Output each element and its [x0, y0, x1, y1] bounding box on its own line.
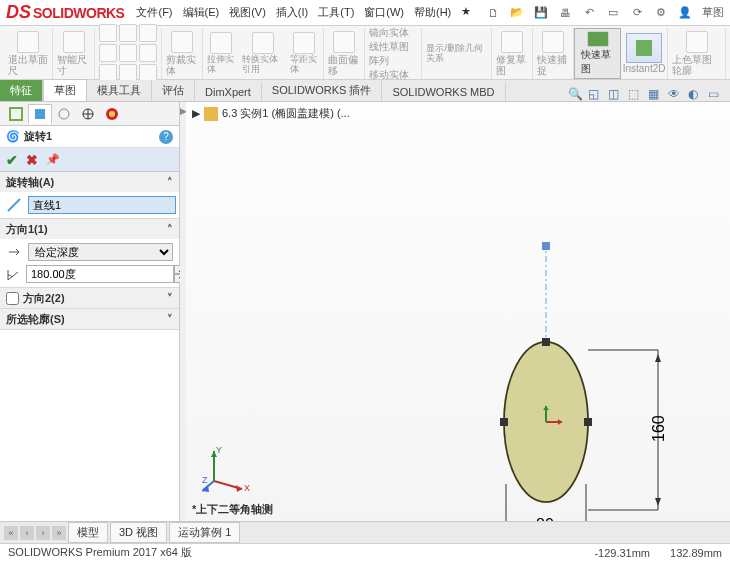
menu-file[interactable]: 文件(F)	[136, 5, 172, 20]
zoom-fit-icon[interactable]: 🔍	[568, 87, 582, 101]
tab-next-icon[interactable]: ›	[36, 526, 50, 540]
section-contours: 所选轮廓(S)˅	[0, 309, 179, 330]
apply-scene-icon[interactable]: ▭	[708, 87, 722, 101]
btab-model[interactable]: 模型	[68, 522, 108, 543]
dim-width: 80	[536, 516, 554, 521]
rib-exit-sketch[interactable]: 退出草面尺	[4, 28, 53, 79]
view-orientation-label: *上下二等角轴测	[192, 502, 273, 517]
dir2-section-header[interactable]: 方向2(2) ˅	[0, 288, 179, 308]
ptab-property-icon[interactable]	[28, 104, 52, 124]
print-icon[interactable]: 🖶	[558, 6, 572, 20]
tab-last-icon[interactable]: »	[52, 526, 66, 540]
reverse-direction-icon[interactable]	[6, 244, 22, 260]
rib-rapid-sketch[interactable]: 快速草图	[574, 28, 620, 79]
dir1-end-condition-select[interactable]: 给定深度	[28, 243, 173, 261]
logo-solidworks: SOLIDWORKS	[33, 5, 124, 21]
menu-edit[interactable]: 编辑(E)	[183, 5, 220, 20]
rib-snap[interactable]: 快速捕捉	[533, 28, 574, 79]
new-doc-icon[interactable]: 🗋	[486, 6, 500, 20]
tab-eval[interactable]: 评估	[152, 80, 195, 101]
tab-mold[interactable]: 模具工具	[87, 80, 152, 101]
command-tabs: 特征 草图 模具工具 评估 DimXpert SOLIDWORKS 插件 SOL…	[0, 80, 730, 102]
property-manager: 🌀 旋转1 ? ✔ ✖ 📌 旋转轴(A)˄	[0, 102, 180, 521]
section-direction2: 方向2(2) ˅	[0, 288, 179, 309]
dir1-angle-input[interactable]	[26, 265, 174, 283]
user-icon[interactable]: 👤	[678, 6, 692, 20]
main-area: 🌀 旋转1 ? ✔ ✖ 📌 旋转轴(A)˄	[0, 102, 730, 521]
svg-marker-15	[655, 354, 661, 362]
options-icon[interactable]: ⚙	[654, 6, 668, 20]
section-direction1: 方向1(1)˄ 给定深度	[0, 219, 179, 288]
svg-text:Z: Z	[202, 475, 208, 485]
rib-relations[interactable]: 显示/删除几何关系	[422, 28, 491, 79]
ptab-config-icon[interactable]	[52, 104, 76, 124]
rib-entities-group[interactable]: 拉伸实体 转换实体引用 等距实体	[203, 28, 324, 79]
breadcrumb-text[interactable]: 6.3 实例1 (椭圆盖建模) (...	[222, 106, 350, 121]
svg-rect-29	[500, 418, 508, 426]
svg-text:Y: Y	[216, 445, 222, 455]
help-icon[interactable]: ?	[159, 130, 173, 144]
dir1-angle-spinner[interactable]: ▲ ▼	[26, 265, 188, 283]
heads-up-toolbar: 🔍 ◱ ◫ ⬚ ▦ 👁 ◐ ▭	[568, 87, 730, 101]
tab-mbd[interactable]: SOLIDWORKS MBD	[382, 83, 505, 101]
rib-shaded-sketch[interactable]: 上色草图轮廓	[668, 28, 726, 79]
rib-offset[interactable]: 曲面偏移	[324, 28, 365, 79]
cancel-button[interactable]: ✖	[26, 152, 38, 168]
ok-button[interactable]: ✔	[6, 152, 18, 168]
zoom-area-icon[interactable]: ◱	[588, 87, 602, 101]
rib-trim[interactable]: 剪裁实体	[162, 28, 203, 79]
menu-help[interactable]: 帮助(H)	[414, 5, 451, 20]
tab-dimxpert[interactable]: DimXpert	[195, 83, 262, 101]
menu-star-icon[interactable]: ★	[461, 5, 471, 20]
model-view: 160 80	[486, 242, 730, 521]
contour-section-header[interactable]: 所选轮廓(S)˅	[0, 309, 179, 329]
crumb-arrow-icon[interactable]: ▶	[192, 107, 200, 120]
bottom-tab-bar: « ‹ › » 模型 3D 视图 运动算例 1	[0, 521, 730, 543]
svg-point-2	[59, 109, 69, 119]
section-icon[interactable]: ◫	[608, 87, 622, 101]
title-bar: DS SOLIDWORKS 文件(F) 编辑(E) 视图(V) 插入(I) 工具…	[0, 0, 730, 26]
hide-show-icon[interactable]: 👁	[668, 87, 682, 101]
tab-prev-icon[interactable]: ‹	[20, 526, 34, 540]
edit-scene-icon[interactable]: ◐	[688, 87, 702, 101]
view-orient-icon[interactable]: ⬚	[628, 87, 642, 101]
save-icon[interactable]: 💾	[534, 6, 548, 20]
pushpin-icon[interactable]: 📌	[46, 153, 60, 166]
feature-title: 旋转1	[24, 129, 52, 144]
open-icon[interactable]: 📂	[510, 6, 524, 20]
display-style-icon[interactable]: ▦	[648, 87, 662, 101]
menu-insert[interactable]: 插入(I)	[276, 5, 308, 20]
menu-sketch-label[interactable]: 草图	[702, 5, 724, 20]
btab-motion[interactable]: 运动算例 1	[169, 522, 240, 543]
tab-first-icon[interactable]: «	[4, 526, 18, 540]
status-coord-x: -129.31mm	[594, 547, 650, 559]
breadcrumb[interactable]: ▶ 6.3 实例1 (椭圆盖建模) (...	[192, 106, 350, 121]
angle-icon	[6, 266, 22, 282]
axis-section-header[interactable]: 旋转轴(A)˄	[0, 172, 179, 192]
ptab-feature-tree-icon[interactable]	[4, 104, 28, 124]
tab-feature[interactable]: 特征	[0, 80, 43, 101]
ptab-dimxpert-icon[interactable]	[76, 104, 100, 124]
undo-icon[interactable]: ↶	[582, 6, 596, 20]
menu-tools[interactable]: 工具(T)	[318, 5, 354, 20]
rib-line-tools[interactable]	[95, 28, 162, 79]
btab-3dview[interactable]: 3D 视图	[110, 522, 167, 543]
rib-instant2d[interactable]: Instant2D	[621, 28, 669, 79]
tab-plugin[interactable]: SOLIDWORKS 插件	[262, 80, 383, 101]
part-icon	[204, 107, 218, 121]
ptab-display-icon[interactable]	[100, 104, 124, 124]
graphics-area[interactable]: ▶ 6.3 实例1 (椭圆盖建模) (... 160 80	[186, 102, 730, 521]
menu-view[interactable]: 视图(V)	[229, 5, 266, 20]
revolve-icon: 🌀	[6, 130, 20, 143]
dir1-section-header[interactable]: 方向1(1)˄	[0, 219, 179, 239]
menu-window[interactable]: 窗口(W)	[364, 5, 404, 20]
rib-smart-dim[interactable]: 智能尺寸	[53, 28, 94, 79]
rebuild-icon[interactable]: ⟳	[630, 6, 644, 20]
tab-sketch[interactable]: 草图	[43, 79, 87, 101]
dir2-checkbox[interactable]	[6, 292, 19, 305]
rib-pattern-group[interactable]: 镜向实体 线性草图阵列 移动实体	[365, 28, 423, 79]
axis-selection-input[interactable]	[28, 196, 176, 214]
reference-triad[interactable]: X Y Z	[202, 445, 250, 493]
select-icon[interactable]: ▭	[606, 6, 620, 20]
rib-repair[interactable]: 修复草图	[492, 28, 533, 79]
